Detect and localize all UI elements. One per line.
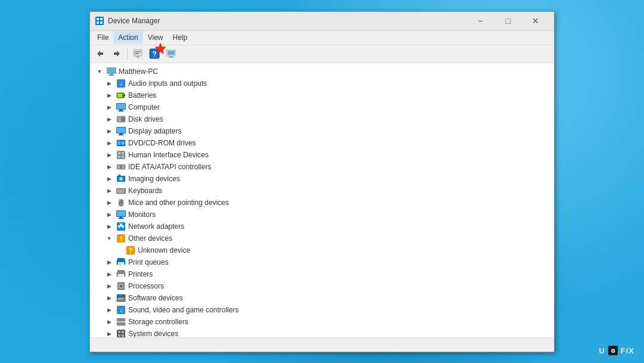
svg-rect-76	[120, 224, 122, 225]
list-item[interactable]: Computer	[90, 101, 554, 113]
list-item[interactable]: Printers	[90, 268, 554, 280]
chevron-icon	[104, 174, 114, 184]
svg-rect-63	[119, 191, 122, 193]
list-item[interactable]: Network adapters	[90, 221, 554, 232]
svg-rect-41	[117, 141, 120, 145]
forward-button[interactable]	[109, 46, 125, 61]
chevron-icon	[104, 329, 114, 337]
minimize-button[interactable]: −	[467, 11, 494, 30]
chevron-icon	[104, 210, 114, 219]
list-item[interactable]: DVD/CD-ROM drives	[90, 137, 554, 149]
list-item[interactable]: Print queues	[90, 256, 554, 268]
list-item[interactable]: Imaging devices	[90, 173, 554, 185]
display-button[interactable]	[163, 46, 179, 61]
list-item[interactable]: ♫ Sound, video and game controllers	[90, 304, 554, 316]
item-label: Human Interface Devices	[128, 151, 209, 159]
list-item[interactable]: Mice and other pointing devices	[90, 197, 554, 209]
svg-rect-31	[118, 111, 124, 111]
svg-point-68	[120, 200, 122, 201]
menu-bar: File Action View Help	[90, 31, 554, 45]
item-label: Software devices	[128, 294, 182, 302]
svg-point-35	[122, 119, 123, 120]
monitor-icon	[116, 210, 126, 219]
list-item[interactable]: ♪ Audio inputs and outputs	[90, 77, 554, 89]
disk-icon	[116, 114, 126, 124]
device-tree[interactable]: Matthew-PC ♪ Audio inputs and outputs	[90, 63, 554, 337]
close-button[interactable]: ✕	[522, 11, 549, 30]
svg-rect-50	[117, 165, 120, 169]
title-bar: Device Manager − □ ✕	[90, 12, 554, 31]
svg-rect-29	[117, 104, 125, 109]
list-item[interactable]: Batteries	[90, 89, 554, 101]
svg-rect-4	[100, 21, 103, 24]
svg-rect-108	[118, 298, 123, 299]
svg-rect-22	[109, 75, 114, 76]
back-button[interactable]	[92, 46, 108, 61]
list-item[interactable]: Human Interface Devices	[90, 149, 554, 161]
chevron-icon	[104, 114, 114, 124]
svg-point-43	[122, 142, 123, 144]
list-item[interactable]: Processors	[90, 280, 554, 292]
maximize-button[interactable]: □	[494, 11, 522, 30]
list-item[interactable]: IDE ATA/ATAPI controllers	[90, 161, 554, 173]
print-icon	[116, 257, 126, 267]
svg-rect-66	[119, 202, 123, 203]
system-icon	[116, 329, 126, 337]
list-item[interactable]: Display adapters	[90, 125, 554, 137]
chevron-icon	[104, 126, 114, 136]
chevron-icon	[104, 317, 114, 327]
svg-rect-9	[135, 53, 139, 54]
list-item[interactable]: Keyboards	[90, 185, 554, 197]
list-item[interactable]: Disk drives	[90, 113, 554, 125]
svg-text:♪: ♪	[120, 80, 123, 86]
svg-rect-21	[110, 74, 113, 75]
toolbar: ?	[90, 45, 554, 63]
list-item[interactable]: ! Other devices	[90, 232, 554, 244]
item-label: IDE ATA/ATAPI controllers	[128, 163, 211, 171]
svg-text:?: ?	[129, 247, 132, 254]
menu-file[interactable]: File	[92, 32, 113, 44]
list-item[interactable]: Software devices	[90, 292, 554, 304]
svg-rect-61	[123, 190, 124, 191]
svg-rect-95	[123, 272, 125, 274]
help-button[interactable]: ?	[147, 46, 162, 61]
svg-rect-16	[168, 51, 175, 55]
chevron-icon	[104, 186, 114, 196]
svg-rect-1	[97, 18, 99, 20]
svg-rect-11	[135, 56, 140, 57]
title-bar-controls: − □ ✕	[467, 11, 549, 30]
svg-rect-57	[116, 188, 126, 194]
properties-button[interactable]	[130, 46, 145, 61]
svg-rect-70	[117, 211, 125, 216]
item-label: Unknown device	[138, 246, 190, 255]
chevron-icon	[104, 269, 114, 279]
item-label: Display adapters	[128, 127, 181, 135]
menu-help[interactable]: Help	[168, 32, 193, 44]
list-item[interactable]: System devices	[90, 328, 554, 337]
svg-rect-89	[123, 260, 125, 262]
list-item[interactable]: Storage controllers	[90, 316, 554, 328]
imaging-icon	[116, 174, 126, 184]
svg-rect-2	[100, 18, 103, 20]
tree-root[interactable]: Matthew-PC	[90, 66, 554, 77]
svg-rect-18	[168, 57, 174, 58]
svg-rect-117	[118, 331, 120, 333]
dvd-icon	[116, 138, 126, 148]
root-chevron	[95, 67, 104, 76]
storage-icon	[116, 317, 126, 327]
svg-marker-6	[114, 51, 120, 57]
svg-rect-59	[119, 190, 120, 191]
svg-rect-27	[117, 94, 122, 97]
list-item[interactable]: ? Unknown device	[90, 244, 554, 256]
chevron-icon	[104, 281, 114, 291]
svg-rect-46	[122, 152, 124, 154]
display-icon	[116, 126, 126, 136]
chevron-icon	[104, 305, 114, 315]
svg-rect-56	[119, 175, 120, 176]
svg-rect-72	[118, 218, 124, 219]
hid-icon	[116, 150, 126, 160]
list-item[interactable]: Monitors	[90, 209, 554, 221]
menu-action[interactable]: Action	[113, 32, 143, 44]
menu-view[interactable]: View	[143, 32, 168, 44]
ide-icon	[116, 162, 126, 172]
